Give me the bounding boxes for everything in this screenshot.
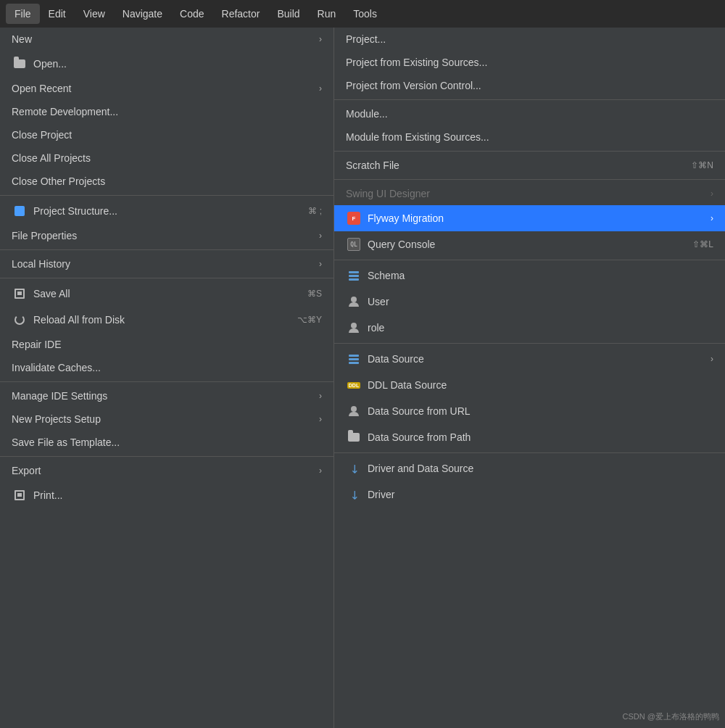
left-menu-panel: New › Open... Open Recent › Remote Devel… <box>0 28 334 728</box>
menu-item-query-console[interactable]: QL Query Console ⇧⌘L <box>334 231 725 257</box>
menu-item-new-projects-setup[interactable]: New Projects Setup › <box>0 408 334 431</box>
menu-item-save-all-label: Save All <box>33 288 296 299</box>
menu-item-ddl-source[interactable]: DDL DDL Data Source <box>334 372 725 398</box>
print-icon <box>12 487 28 503</box>
reload-shortcut: ⌥⌘Y <box>297 315 322 325</box>
menu-item-role-label: role <box>368 322 713 334</box>
menu-item-ddl-source-label: DDL Data Source <box>368 379 713 391</box>
query-console-shortcut: ⇧⌘L <box>692 239 713 249</box>
right-separator-3 <box>334 179 725 180</box>
menubar-run[interactable]: Run <box>309 4 345 24</box>
chevron-right-icon-4: › <box>319 259 322 269</box>
menu-item-flyway[interactable]: F Flyway Migration › <box>334 205 725 231</box>
menu-item-user[interactable]: User <box>334 289 725 315</box>
menu-item-reload[interactable]: Reload All from Disk ⌥⌘Y <box>0 307 334 333</box>
menu-item-close-other-label: Close Other Projects <box>12 175 322 187</box>
project-structure-icon <box>12 203 28 219</box>
separator-3 <box>0 278 334 278</box>
menu-item-open[interactable]: Open... <box>0 51 334 77</box>
data-source-url-icon <box>346 403 362 419</box>
menu-item-new[interactable]: New › <box>0 28 334 51</box>
menu-item-scratch-file[interactable]: Scratch File ⇧⌘N <box>334 154 725 177</box>
dropdown-area: New › Open... Open Recent › Remote Devel… <box>0 28 725 728</box>
driver-icon: ↙ <box>346 487 362 502</box>
chevron-right-icon-5: › <box>319 391 322 401</box>
user-icon <box>346 294 362 310</box>
menu-item-data-source-label: Data Source <box>368 353 705 365</box>
menu-item-save-template-label: Save File as Template... <box>12 437 322 448</box>
folder-icon <box>12 56 28 72</box>
menu-item-close-all[interactable]: Close All Projects <box>0 146 334 170</box>
menu-item-driver[interactable]: ↙ Driver <box>334 481 725 508</box>
menu-item-repair-ide[interactable]: Repair IDE <box>0 333 334 356</box>
menu-item-save-template[interactable]: Save File as Template... <box>0 431 334 454</box>
chevron-right-icon: › <box>319 34 322 44</box>
menu-item-local-history-label: Local History <box>12 258 313 270</box>
menu-item-export-label: Export <box>12 465 313 476</box>
save-all-shortcut: ⌘S <box>307 289 322 299</box>
menu-item-project-vcs[interactable]: Project from Version Control... <box>334 74 725 97</box>
menu-item-data-source-path[interactable]: Data Source from Path <box>334 424 725 450</box>
menu-item-query-console-label: Query Console <box>368 239 681 250</box>
menu-item-file-properties-label: File Properties <box>12 230 313 241</box>
watermark: CSDN @爱上布洛格的鸭鸭 <box>623 711 719 722</box>
menu-item-export[interactable]: Export › <box>0 459 334 482</box>
menu-item-manage-settings-label: Manage IDE Settings <box>12 390 313 402</box>
menu-item-save-all[interactable]: Save All ⌘S <box>0 281 334 307</box>
menu-item-local-history[interactable]: Local History › <box>0 252 334 276</box>
menu-item-project[interactable]: Project... <box>334 28 725 51</box>
menu-item-flyway-label: Flyway Migration <box>368 212 705 224</box>
chevron-right-icon-6: › <box>319 414 322 424</box>
menubar-file[interactable]: File <box>6 4 40 24</box>
menu-item-remote-dev-label: Remote Development... <box>12 106 322 117</box>
menu-item-print-label: Print... <box>33 489 322 501</box>
menu-item-role[interactable]: role <box>334 315 725 341</box>
menubar-view[interactable]: View <box>75 4 114 24</box>
menu-item-project-structure[interactable]: Project Structure... ⌘ ; <box>0 198 334 224</box>
right-menu-panel: Project... Project from Existing Sources… <box>334 28 725 728</box>
menubar-tools[interactable]: Tools <box>344 4 386 24</box>
menu-item-schema-label: Schema <box>368 270 713 281</box>
menu-item-close-other[interactable]: Close Other Projects <box>0 170 334 193</box>
menu-item-open-recent[interactable]: Open Recent › <box>0 77 334 100</box>
role-icon <box>346 320 362 336</box>
menu-item-data-source-url-label: Data Source from URL <box>368 405 713 417</box>
menu-item-driver-datasource[interactable]: ↙ Driver and Data Source <box>334 455 725 481</box>
menu-item-module[interactable]: Module... <box>334 102 725 125</box>
menu-item-new-label: New <box>12 33 313 45</box>
menubar-edit[interactable]: Edit <box>40 4 75 24</box>
chevron-right-icon-3: › <box>319 231 322 241</box>
menu-item-file-properties[interactable]: File Properties › <box>0 224 334 247</box>
ql-icon: QL <box>346 236 362 252</box>
menu-item-open-label: Open... <box>33 58 322 70</box>
chevron-right-icon-flyway: › <box>710 213 713 223</box>
menu-item-project-existing[interactable]: Project from Existing Sources... <box>334 51 725 74</box>
menu-item-reload-label: Reload All from Disk <box>33 314 286 326</box>
separator-4 <box>0 381 334 382</box>
menubar-build[interactable]: Build <box>268 4 308 24</box>
menu-item-close-project[interactable]: Close Project <box>0 123 334 146</box>
menu-item-data-source-url[interactable]: Data Source from URL <box>334 398 725 424</box>
separator-5 <box>0 456 334 457</box>
right-separator-4 <box>334 260 725 260</box>
menubar-code[interactable]: Code <box>171 4 212 24</box>
menu-item-schema[interactable]: Schema <box>334 262 725 289</box>
chevron-right-icon-7: › <box>319 466 322 476</box>
menu-item-invalidate[interactable]: Invalidate Caches... <box>0 356 334 379</box>
chevron-right-icon-8: › <box>710 189 713 199</box>
menu-item-manage-settings[interactable]: Manage IDE Settings › <box>0 384 334 408</box>
menu-item-user-label: User <box>368 296 713 307</box>
reload-icon <box>12 312 28 328</box>
menubar-refactor[interactable]: Refactor <box>213 4 269 24</box>
menu-item-data-source[interactable]: Data Source › <box>334 346 725 372</box>
menu-item-module-existing[interactable]: Module from Existing Sources... <box>334 125 725 149</box>
menubar-navigate[interactable]: Navigate <box>114 4 171 24</box>
separator-1 <box>0 195 334 196</box>
scratch-file-shortcut: ⇧⌘N <box>691 160 713 170</box>
menu-item-remote-dev[interactable]: Remote Development... <box>0 100 334 123</box>
data-source-path-icon <box>346 429 362 445</box>
menu-item-print[interactable]: Print... <box>0 482 334 508</box>
menu-item-swing-ui[interactable]: Swing UI Designer › <box>334 182 725 205</box>
flyway-icon: F <box>346 210 362 226</box>
chevron-right-icon-ds: › <box>710 354 713 364</box>
